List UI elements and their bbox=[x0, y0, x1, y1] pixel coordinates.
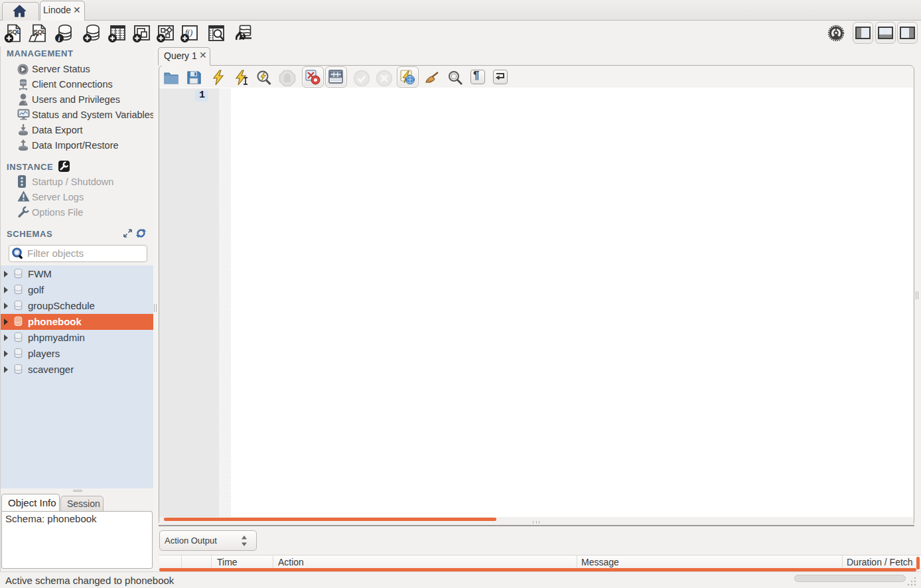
svg-text:SQL: SQL bbox=[34, 28, 46, 35]
svg-text:SQL: SQL bbox=[9, 28, 21, 35]
